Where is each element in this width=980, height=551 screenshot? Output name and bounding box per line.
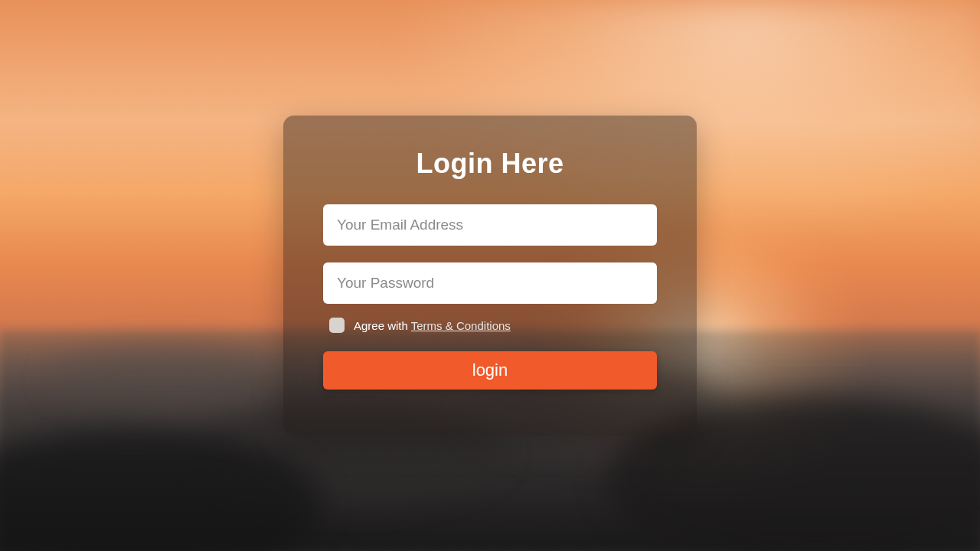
agree-row: Agree with Terms & Conditions xyxy=(323,318,657,333)
agree-checkbox[interactable] xyxy=(329,318,345,333)
email-field[interactable] xyxy=(323,204,657,246)
terms-link[interactable]: Terms & Conditions xyxy=(411,319,511,332)
password-field[interactable] xyxy=(323,262,657,304)
agree-label-prefix: Agree with xyxy=(354,319,411,332)
login-button[interactable]: login xyxy=(323,351,657,390)
login-title: Login Here xyxy=(416,148,564,180)
login-card: Login Here Agree with Terms & Conditions… xyxy=(283,116,697,435)
agree-label: Agree with Terms & Conditions xyxy=(354,319,511,332)
